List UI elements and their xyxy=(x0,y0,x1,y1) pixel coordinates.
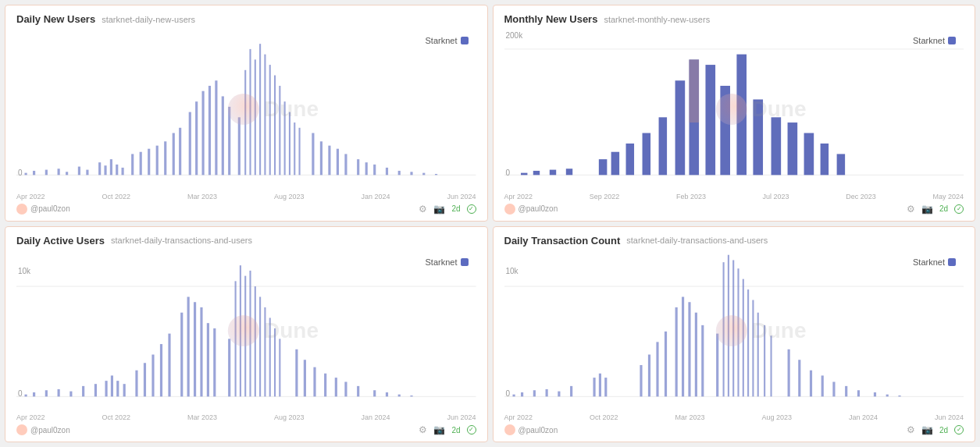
chart-header-3: Daily Active Users starknet-daily-transa… xyxy=(16,235,476,247)
chart-subtitle-3: starknet-daily-transactions-and-users xyxy=(111,236,252,245)
svg-rect-125 xyxy=(521,392,523,396)
svg-rect-14 xyxy=(140,152,142,176)
svg-rect-109 xyxy=(274,328,276,396)
svg-rect-151 xyxy=(764,325,765,396)
svg-rect-80 xyxy=(45,390,48,396)
dashboard: Daily New Users starknet-daily-new-users… xyxy=(0,0,980,447)
svg-rect-110 xyxy=(279,339,280,396)
camera-icon-1[interactable]: 📷 xyxy=(433,204,445,215)
share-icon-1[interactable]: ⚙ xyxy=(419,204,427,215)
svg-rect-142 xyxy=(716,333,718,396)
x-label-3-4: Jan 2024 xyxy=(361,413,390,421)
chart-subtitle-1: starknet-daily-new-users xyxy=(102,15,195,24)
y-label-2-bot: 0 xyxy=(506,169,511,177)
svg-rect-88 xyxy=(123,384,126,396)
author-1: @paul0zon xyxy=(16,204,70,215)
avatar-3 xyxy=(16,424,27,435)
y-label-3-top: 10k xyxy=(18,267,30,275)
svg-rect-36 xyxy=(284,101,286,175)
x-label-4-5: Jun 2024 xyxy=(935,413,964,421)
chart-area-1: 0 Dune xyxy=(16,28,476,191)
x-label-2-5: May 2024 xyxy=(932,193,964,200)
svg-rect-90 xyxy=(144,363,146,396)
camera-icon-4[interactable]: 📷 xyxy=(921,424,933,435)
svg-rect-52 xyxy=(435,174,437,175)
author-label-4: @paul0zon xyxy=(519,426,558,435)
share-icon-3[interactable]: ⚙ xyxy=(419,424,427,435)
svg-rect-103 xyxy=(244,275,246,396)
camera-icon-2[interactable]: 📷 xyxy=(921,204,933,215)
svg-rect-20 xyxy=(189,112,191,176)
svg-rect-71 xyxy=(771,117,781,175)
check-icon-3: ✓ xyxy=(467,425,476,435)
svg-rect-133 xyxy=(640,364,642,396)
chart-footer-3: @paul0zon ⚙ 📷 2d ✓ xyxy=(16,424,476,435)
badge-2: 2d xyxy=(939,204,948,213)
chart-area-3: 10k 0 Dune xyxy=(16,250,476,413)
svg-rect-29 xyxy=(249,49,251,175)
svg-rect-7 xyxy=(86,170,88,176)
badge-4: 2d xyxy=(939,426,948,435)
author-3: @paul0zon xyxy=(16,424,70,435)
svg-rect-61 xyxy=(625,144,634,175)
chart-title-3: Daily Active Users xyxy=(16,235,105,247)
svg-rect-73 xyxy=(804,133,814,176)
svg-rect-131 xyxy=(598,373,600,396)
svg-rect-79 xyxy=(33,392,35,396)
svg-rect-12 xyxy=(122,168,124,175)
share-icon-2[interactable]: ⚙ xyxy=(907,204,915,215)
svg-rect-157 xyxy=(832,381,835,396)
y-label-4-top: 10k xyxy=(506,267,519,275)
svg-rect-42 xyxy=(328,146,330,176)
svg-rect-5 xyxy=(66,172,68,175)
svg-rect-105 xyxy=(255,286,256,396)
svg-rect-15 xyxy=(148,149,150,176)
svg-rect-58 xyxy=(565,169,572,175)
svg-rect-153 xyxy=(787,349,789,396)
svg-rect-66 xyxy=(689,59,699,122)
chart-svg-3 xyxy=(16,250,476,413)
camera-icon-3[interactable]: 📷 xyxy=(433,424,445,435)
svg-rect-67 xyxy=(705,65,715,175)
chart-title-1: Daily New Users xyxy=(16,13,95,25)
svg-rect-112 xyxy=(304,360,306,396)
x-label-1-1: Oct 2022 xyxy=(102,193,130,200)
badge-3: 2d xyxy=(451,426,460,435)
svg-rect-44 xyxy=(344,154,347,175)
svg-rect-140 xyxy=(694,312,697,396)
svg-rect-55 xyxy=(521,173,527,176)
x-label-1-4: Jan 2024 xyxy=(361,193,390,200)
svg-rect-17 xyxy=(164,141,166,175)
chart-monthly-new-users: Monthly New Users starknet-monthly-new-u… xyxy=(493,5,976,222)
svg-rect-31 xyxy=(259,44,261,175)
avatar-2 xyxy=(504,204,515,215)
svg-rect-108 xyxy=(269,318,271,396)
chart-svg-2 xyxy=(504,28,964,191)
svg-rect-48 xyxy=(386,168,388,175)
svg-rect-81 xyxy=(58,388,60,396)
svg-rect-107 xyxy=(264,307,265,396)
x-label-4-0: Apr 2022 xyxy=(504,413,533,421)
check-icon-4: ✓ xyxy=(954,425,964,435)
chart-area-4: 10k 0 Dune xyxy=(504,250,964,413)
svg-rect-98 xyxy=(207,323,209,396)
svg-rect-2 xyxy=(33,171,35,175)
svg-rect-21 xyxy=(195,101,198,175)
svg-rect-130 xyxy=(593,378,595,396)
svg-rect-127 xyxy=(545,388,547,396)
chart-daily-transaction-count: Daily Transaction Count starknet-daily-t… xyxy=(493,226,976,443)
svg-rect-99 xyxy=(213,328,216,396)
svg-rect-63 xyxy=(658,117,667,175)
svg-rect-72 xyxy=(787,122,797,175)
svg-rect-83 xyxy=(82,385,84,396)
svg-rect-116 xyxy=(344,381,347,396)
svg-rect-106 xyxy=(259,296,261,396)
svg-rect-143 xyxy=(722,262,724,396)
svg-rect-41 xyxy=(320,141,323,175)
svg-rect-13 xyxy=(131,154,134,175)
share-icon-4[interactable]: ⚙ xyxy=(907,424,915,435)
svg-rect-69 xyxy=(736,55,747,176)
chart-svg-1 xyxy=(16,28,476,191)
footer-actions-3: ⚙ 📷 2d ✓ xyxy=(419,424,476,435)
svg-rect-101 xyxy=(235,281,237,396)
